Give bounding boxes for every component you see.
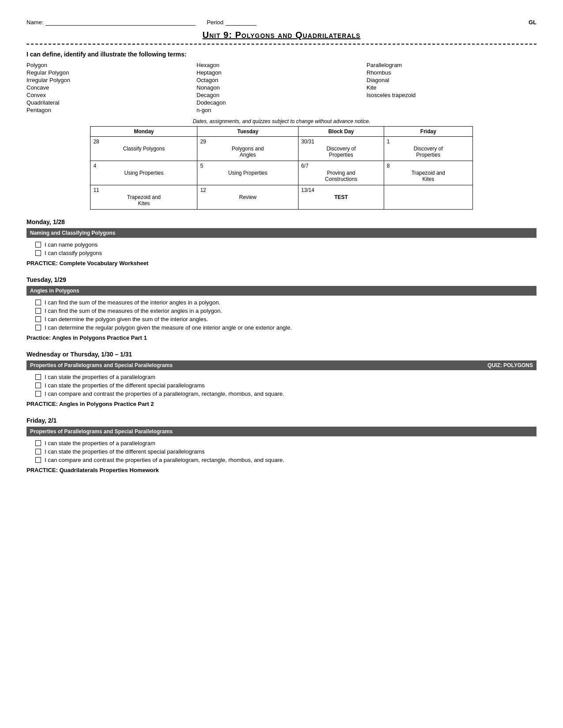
list-item: I can state the properties of the differ… xyxy=(35,448,537,455)
vocab-col1: Polygon Regular Polygon Irregular Polygo… xyxy=(26,61,196,114)
vocab-item: Nonagon xyxy=(196,84,367,91)
list-item: I can name polygons xyxy=(35,241,537,248)
day-title: Wednesday or Thursday, 1/30 – 1/31 xyxy=(26,351,537,358)
vocab-item: Diagonal xyxy=(367,76,537,84)
cal-header-friday: Friday xyxy=(384,127,473,137)
checklist: I can find the sum of the measures of th… xyxy=(35,299,537,331)
vocab-col2: Hexagon Heptagon Octagon Nonagon Decagon… xyxy=(196,61,367,114)
vocab-item: Rhombus xyxy=(367,69,537,76)
schedule-note: Dates, assignments, and quizzes subject … xyxy=(26,118,537,124)
checkbox[interactable] xyxy=(35,391,41,397)
vocab-col3: Parallelogram Rhombus Diagonal Kite Isos… xyxy=(367,61,537,114)
checkbox[interactable] xyxy=(35,374,41,380)
list-item: I can find the sum of the measures of th… xyxy=(35,299,537,306)
cal-cell: 4Using Properties xyxy=(91,161,197,185)
checklist: I can state the properties of a parallel… xyxy=(35,374,537,397)
list-item: I can determine the regular polygon give… xyxy=(35,324,537,331)
vocab-item: Irregular Polygon xyxy=(26,76,196,84)
topic-label: Angles in Polygons xyxy=(30,288,79,294)
topic-label: Naming and Classifying Polygons xyxy=(30,230,115,236)
list-item: I can find the sum of the measures of th… xyxy=(35,308,537,314)
cal-cell: 28Classify Polygons xyxy=(91,137,197,161)
cal-cell: 30/31Discovery ofProperties xyxy=(298,137,384,161)
vocab-item: Decagon xyxy=(196,91,367,99)
cal-row-1: 28Classify Polygons 29Polygons andAngles… xyxy=(91,137,472,161)
dashed-divider xyxy=(26,44,537,45)
cal-row-2: 4Using Properties 5Using Properties 6/7P… xyxy=(91,161,472,185)
vocab-item: Pentagon xyxy=(26,106,196,114)
checkbox[interactable] xyxy=(35,250,41,256)
checklist: I can name polygons I can classify polyg… xyxy=(35,241,537,256)
list-item: I can compare and contrast the propertie… xyxy=(35,457,537,463)
vocab-item: Kite xyxy=(367,84,537,91)
vocab-item: Hexagon xyxy=(196,61,367,69)
day-section-tuesday-129: Tuesday, 1/29 Angles in Polygons I can f… xyxy=(26,276,537,341)
vocab-item: Regular Polygon xyxy=(26,69,196,76)
cal-cell: 5Using Properties xyxy=(197,161,299,185)
list-item: I can state the properties of the differ… xyxy=(35,382,537,389)
cal-row-3: 11Trapezoid andKites 12Review 13/14TEST xyxy=(91,185,472,210)
quiz-label: QUIZ: POLYGONS xyxy=(487,362,533,368)
vocab-item: Parallelogram xyxy=(367,61,537,69)
name-field: Name: Period xyxy=(26,18,257,26)
checkbox[interactable] xyxy=(35,383,41,388)
list-item: I can state the properties of a parallel… xyxy=(35,374,537,380)
list-item: I can compare and contrast the propertie… xyxy=(35,390,537,397)
checkbox[interactable] xyxy=(35,449,41,454)
vocab-item: Polygon xyxy=(26,61,196,69)
list-item: I can classify polygons xyxy=(35,250,537,256)
vocab-item: Isosceles trapezoid xyxy=(367,91,537,99)
calendar-table: Monday Tuesday Block Day Friday 28Classi… xyxy=(90,126,472,210)
vocab-section-header: I can define, identify and illustrate th… xyxy=(26,51,537,58)
gl-label: GL xyxy=(529,19,537,26)
document-header: Name: Period GL xyxy=(26,18,537,26)
topic-bar: Properties of Parallelograms and Special… xyxy=(26,360,537,370)
cal-cell: 1Discovery ofProperties xyxy=(384,137,473,161)
checkbox[interactable] xyxy=(35,242,41,248)
practice-line: Practice: Angles in Polygons Practice Pa… xyxy=(26,334,537,341)
vocab-item: Dodecagon xyxy=(196,99,367,106)
cal-cell: 13/14TEST xyxy=(298,185,384,210)
vocab-item: Quadrilateral xyxy=(26,99,196,106)
vocab-item: Convex xyxy=(26,91,196,99)
day-title: Tuesday, 1/29 xyxy=(26,276,537,283)
checkbox[interactable] xyxy=(35,308,41,314)
period-label: Period xyxy=(207,19,223,26)
practice-line: PRACTICE: Angles in Polygons Practice Pa… xyxy=(26,401,537,407)
topic-label: Properties of Parallelograms and Special… xyxy=(30,362,173,368)
cal-cell: 12Review xyxy=(197,185,299,210)
cal-cell xyxy=(384,185,473,210)
checkbox[interactable] xyxy=(35,457,41,463)
topic-bar: Properties of Parallelograms and Special… xyxy=(26,427,537,436)
topic-bar: Angles in Polygons xyxy=(26,286,537,296)
cal-header-monday: Monday xyxy=(91,127,197,137)
checkbox[interactable] xyxy=(35,325,41,330)
name-label: Name: xyxy=(26,19,43,26)
topic-label: Properties of Parallelograms and Special… xyxy=(30,428,173,435)
day-title: Monday, 1/28 xyxy=(26,218,537,225)
checkbox[interactable] xyxy=(35,300,41,305)
day-section-friday-21: Friday, 2/1 Properties of Parallelograms… xyxy=(26,417,537,473)
cal-header-blockday: Block Day xyxy=(298,127,384,137)
list-item: I can state the properties of a parallel… xyxy=(35,440,537,447)
checkbox[interactable] xyxy=(35,316,41,322)
name-underline[interactable] xyxy=(45,18,196,26)
practice-line: PRACTICE: Complete Vocabulary Worksheet xyxy=(26,260,537,266)
vocab-item: n-gon xyxy=(196,106,367,114)
list-item: I can determine the polygon given the su… xyxy=(35,316,537,323)
vocab-grid: Polygon Regular Polygon Irregular Polygo… xyxy=(26,61,537,114)
cal-cell: 29Polygons andAngles xyxy=(197,137,299,161)
cal-header-tuesday: Tuesday xyxy=(197,127,299,137)
checkbox[interactable] xyxy=(35,440,41,446)
day-section-monday-128: Monday, 1/28 Naming and Classifying Poly… xyxy=(26,218,537,266)
period-underline[interactable] xyxy=(226,18,257,26)
day-section-wed-thu-130-131: Wednesday or Thursday, 1/30 – 1/31 Prope… xyxy=(26,351,537,407)
main-title: Unit 9: Polygons and Quadrilaterals xyxy=(26,30,537,40)
cal-cell: 8Trapezoid andKites xyxy=(384,161,473,185)
practice-line: PRACTICE: Quadrilaterals Properties Home… xyxy=(26,467,537,473)
cal-cell: 11Trapezoid andKites xyxy=(91,185,197,210)
topic-bar: Naming and Classifying Polygons xyxy=(26,228,537,238)
vocab-item: Concave xyxy=(26,84,196,91)
checklist: I can state the properties of a parallel… xyxy=(35,440,537,463)
cal-cell: 6/7Proving andConstructions xyxy=(298,161,384,185)
